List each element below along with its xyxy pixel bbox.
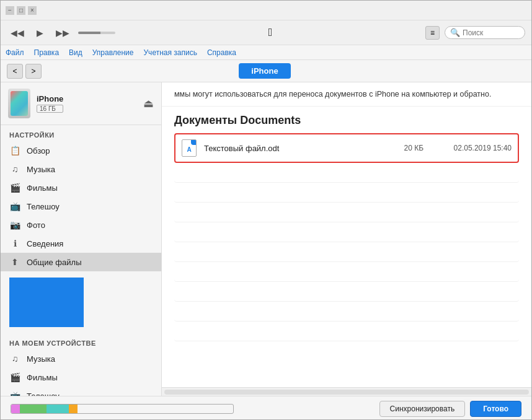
sidebar-item-overview[interactable]: 📋 Обзор: [1, 141, 161, 160]
overview-icon: 📋: [9, 145, 20, 156]
iphone-tab[interactable]: iPhone: [239, 63, 290, 79]
info-icon: ℹ: [9, 238, 20, 249]
menu-help[interactable]: Справка: [207, 48, 236, 57]
storage-segment-green: [20, 405, 47, 413]
scroll-track: [164, 390, 529, 395]
main-layout: iPhone 16 ГБ ⏏ Настройки 📋 Обзор ♫ Музык…: [1, 82, 531, 396]
bottom-bar: Синхронизировать Готово: [1, 396, 531, 420]
menu-account[interactable]: Учетная запись: [144, 48, 197, 57]
minimize-button[interactable]: −: [6, 6, 14, 15]
sidebar-device-music-label: Музыка: [27, 354, 55, 364]
bottom-buttons: Синхронизировать Готово: [379, 401, 521, 417]
device-header: iPhone 16 ГБ ⏏: [1, 82, 161, 125]
maximize-button[interactable]: □: [17, 6, 25, 15]
sidebar-device-tvshows-label: Телешоу: [27, 392, 60, 396]
file-row[interactable]: Текстовый файл.odt 20 КБ 02.05.2019 15:4…: [174, 133, 519, 163]
search-input[interactable]: [463, 28, 520, 37]
back-button[interactable]: <: [7, 64, 23, 79]
music-icon: ♫: [9, 164, 20, 175]
empty-row-3: [174, 205, 519, 222]
sidebar-device-movies-label: Фильмы: [27, 373, 58, 382]
menu-bar: Файл Правка Вид Управление Учетная запис…: [1, 45, 531, 60]
next-track-button[interactable]: ▶▶: [52, 25, 73, 40]
sidebar-music-label: Музыка: [27, 165, 55, 174]
device-storage: 16 ГБ: [37, 105, 63, 113]
file-doc-icon: [182, 139, 197, 157]
list-view-button[interactable]: ≡: [425, 26, 440, 40]
sync-button[interactable]: Синхронизировать: [379, 401, 466, 417]
sidebar-item-device-movies[interactable]: 🎬 Фильмы: [1, 368, 161, 387]
empty-row-7: [174, 284, 519, 302]
photos-icon: 📷: [9, 219, 20, 230]
content-area: ммы могут использоваться для переноса до…: [162, 82, 531, 396]
empty-row-6: [174, 265, 519, 282]
device-section-title: На моем устройстве: [1, 333, 161, 349]
play-button[interactable]: ▶: [33, 25, 47, 40]
eject-button[interactable]: ⏏: [143, 97, 154, 110]
empty-row-1: [174, 165, 519, 183]
search-icon: 🔍: [450, 28, 460, 37]
shared-files-icon: ⬆: [9, 256, 20, 268]
menu-manage[interactable]: Управление: [92, 48, 134, 57]
sidebar-info-label: Сведения: [27, 239, 63, 248]
horizontal-scrollbar[interactable]: [162, 387, 531, 396]
file-size: 20 КБ: [386, 144, 423, 152]
device-music-icon: ♫: [9, 353, 20, 364]
title-bar: − □ ×: [1, 1, 531, 20]
sidebar-item-device-music[interactable]: ♫ Музыка: [1, 349, 161, 368]
toolbar: ◀◀ ▶ ▶▶  ≡ 🔍: [1, 20, 531, 45]
apple-logo: : [120, 26, 420, 39]
sidebar-item-music[interactable]: ♫ Музыка: [1, 160, 161, 178]
app-block: [9, 278, 84, 327]
sidebar: iPhone 16 ГБ ⏏ Настройки 📋 Обзор ♫ Музык…: [1, 82, 162, 396]
menu-view[interactable]: Вид: [69, 48, 82, 57]
storage-segment-teal: [47, 405, 69, 413]
file-name: Текстовый файл.odt: [204, 144, 379, 153]
device-icon: [8, 89, 30, 118]
menu-file[interactable]: Файл: [6, 48, 24, 57]
nav-arrows: < >: [7, 64, 42, 79]
prev-track-button[interactable]: ◀◀: [7, 25, 28, 40]
file-date: 02.05.2019 15:40: [431, 144, 512, 152]
movies-icon: 🎬: [9, 182, 20, 193]
sidebar-overview-label: Обзор: [27, 146, 50, 155]
sidebar-item-device-tvshows[interactable]: 📺 Телешоу: [1, 387, 161, 396]
device-movies-icon: 🎬: [9, 372, 20, 383]
empty-row-5: [174, 245, 519, 262]
file-list-title: Документы Documents: [174, 114, 519, 127]
search-box: 🔍: [445, 26, 525, 39]
device-info: iPhone 16 ГБ: [8, 89, 63, 118]
storage-bar: [11, 404, 234, 414]
sidebar-shared-files-label: Общие файлы: [27, 258, 81, 267]
close-button[interactable]: ×: [28, 6, 37, 15]
sidebar-movies-label: Фильмы: [27, 183, 58, 193]
menu-edit[interactable]: Правка: [34, 48, 60, 57]
empty-row-4: [174, 225, 519, 242]
empty-row-8: [174, 304, 519, 322]
sidebar-photos-label: Фото: [27, 221, 45, 230]
volume-slider[interactable]: [78, 32, 115, 34]
nav-bar: < > iPhone: [1, 60, 531, 82]
done-button[interactable]: Готово: [470, 401, 521, 417]
device-name: iPhone: [37, 94, 63, 103]
empty-row-9: [174, 324, 519, 341]
window-controls: − □ ×: [6, 6, 37, 15]
file-list-area: Документы Documents Текстовый файл.odt 2…: [162, 107, 531, 387]
content-description: ммы могут использоваться для переноса до…: [162, 82, 531, 107]
device-tvshows-icon: 📺: [9, 390, 20, 396]
tvshows-icon: 📺: [9, 201, 20, 212]
sidebar-item-movies[interactable]: 🎬 Фильмы: [1, 178, 161, 197]
sidebar-item-info[interactable]: ℹ Сведения: [1, 234, 161, 253]
sidebar-item-photos[interactable]: 📷 Фото: [1, 216, 161, 234]
settings-section-title: Настройки: [1, 125, 161, 141]
forward-button[interactable]: >: [25, 64, 42, 79]
device-name-block: iPhone 16 ГБ: [37, 94, 63, 113]
sidebar-item-tvshows[interactable]: 📺 Телешоу: [1, 197, 161, 216]
sidebar-tvshows-label: Телешоу: [27, 202, 60, 211]
sidebar-item-shared-files[interactable]: ⬆ Общие файлы: [1, 253, 161, 271]
toolbar-right: ≡ 🔍: [425, 26, 525, 40]
storage-segment-pink: [11, 405, 20, 413]
storage-segment-orange: [69, 405, 78, 413]
empty-row-2: [174, 185, 519, 203]
